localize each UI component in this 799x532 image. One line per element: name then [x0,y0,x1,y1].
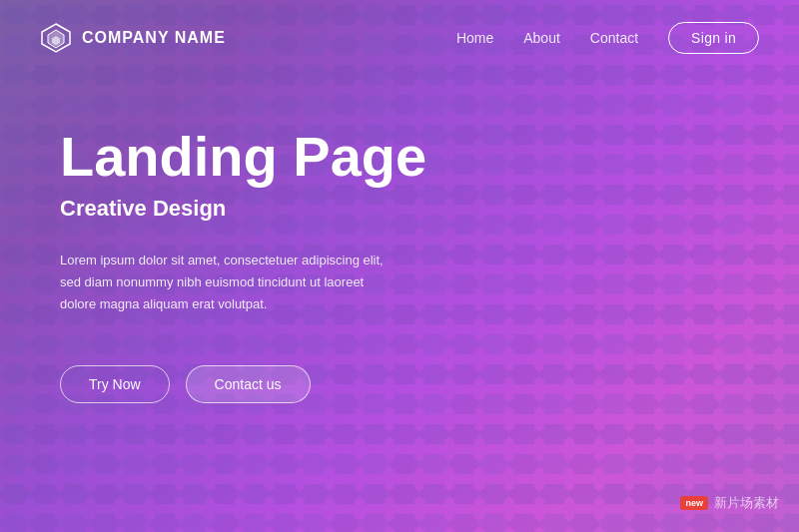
nav-home[interactable]: Home [456,30,493,46]
contact-us-button[interactable]: Contact us [186,365,311,403]
company-name: COMPANY NAME [82,29,226,47]
watermark: new 新片场素材 [680,494,779,512]
cta-buttons: Try Now Contact us [60,365,739,403]
page-wrapper: COMPANY NAME Home About Contact Sign in … [0,0,799,532]
header: COMPANY NAME Home About Contact Sign in [0,0,799,76]
nav-contact[interactable]: Contact [590,30,638,46]
nav-about[interactable]: About [523,30,560,46]
main-content: Landing Page Creative Design Lorem ipsum… [0,76,799,453]
hero-subtitle: Creative Design [60,196,739,222]
watermark-site-text: 新片场素材 [714,494,779,512]
watermark-new-badge: new [680,496,708,510]
try-now-button[interactable]: Try Now [60,365,170,403]
hero-description: Lorem ipsum dolor sit amet, consectetuer… [60,250,390,315]
nav-area: Home About Contact Sign in [456,22,759,54]
sign-in-button[interactable]: Sign in [668,22,759,54]
logo-area: COMPANY NAME [40,22,226,54]
hero-title: Landing Page [60,126,739,188]
logo-icon [40,22,72,54]
